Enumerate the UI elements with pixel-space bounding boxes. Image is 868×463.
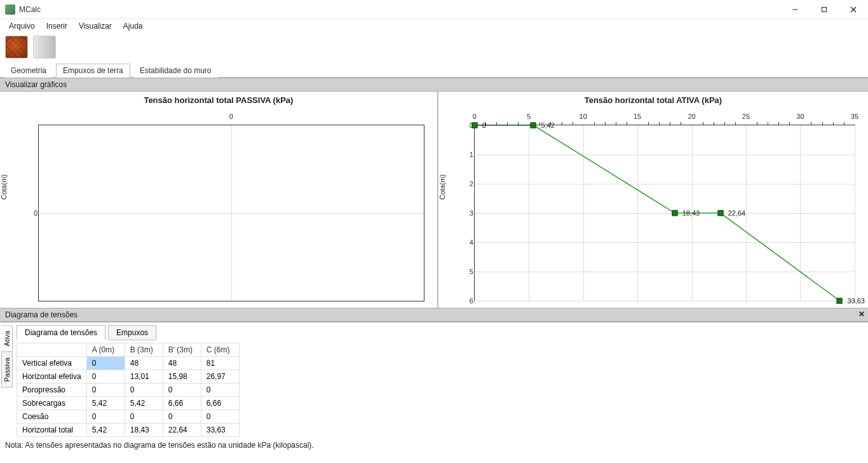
- y-tick: 0: [457, 121, 473, 129]
- section-diagrama-tensoes: Diagrama de tensões ✕: [0, 308, 868, 322]
- data-label: 22,64: [728, 209, 746, 217]
- y-tick: 2: [457, 180, 473, 188]
- table-header: A (0m): [86, 343, 125, 357]
- table-cell[interactable]: 33,63: [201, 424, 239, 437]
- table-row[interactable]: Horizontal efetiva013,0115,9826,97: [17, 370, 240, 384]
- svg-rect-1: [822, 7, 827, 11]
- data-point: [717, 211, 723, 216]
- side-tab-passiva[interactable]: Passiva: [1, 352, 13, 388]
- table-row[interactable]: Coesão0000: [17, 410, 240, 424]
- bottom-panel: Ativa Passiva Diagrama de tensões Empuxo…: [0, 322, 868, 437]
- table-cell[interactable]: 0: [125, 384, 163, 397]
- y-tick: 0: [21, 209, 37, 217]
- x-tick: 0: [473, 113, 477, 120]
- data-point: [672, 211, 677, 216]
- table-row[interactable]: Horizontal total5,4218,4322,6433,63: [17, 424, 240, 437]
- close-icon[interactable]: ✕: [857, 309, 867, 319]
- table-cell[interactable]: 15,98: [163, 370, 201, 384]
- x-tick: 0: [229, 113, 233, 120]
- tab-geometria[interactable]: Geometria: [4, 64, 53, 78]
- x-tick: 15: [634, 113, 641, 120]
- chart-ativa-plot[interactable]: 05101520253035 0123456 05,4218,4322,6433…: [474, 125, 855, 301]
- y-tick: 4: [457, 238, 473, 246]
- titlebar: MCalc: [0, 0, 868, 19]
- x-tick: 35: [851, 113, 858, 120]
- row-label: Poropressão: [17, 384, 87, 397]
- minimize-button[interactable]: [780, 0, 810, 19]
- view-tabs: Geometria Empuxos de terra Estabilidade …: [0, 61, 868, 78]
- chart-passiva-plot[interactable]: 0 0: [38, 125, 424, 301]
- data-label: 5,42: [541, 121, 554, 129]
- menu-ajuda[interactable]: Ajuda: [118, 20, 148, 32]
- maximize-button[interactable]: [810, 0, 839, 19]
- table-cell[interactable]: 0: [163, 410, 201, 424]
- chart-ativa-title: Tensão horizontal total ATIVA (kPa): [438, 92, 868, 105]
- table-cell[interactable]: 81: [201, 357, 239, 370]
- table-cell[interactable]: 13,01: [125, 370, 163, 384]
- table-cell[interactable]: 0: [86, 370, 125, 384]
- table-cell[interactable]: 0: [86, 357, 125, 370]
- side-tab-ativa[interactable]: Ativa: [1, 325, 13, 352]
- toolbar: [0, 33, 868, 61]
- section-label: Diagrama de tensões: [5, 310, 78, 319]
- footnote: Nota: As tensões apresentadas no diagram…: [0, 437, 868, 453]
- menu-arquivo[interactable]: Arquivo: [4, 20, 40, 32]
- table-cell[interactable]: 5,42: [86, 397, 125, 410]
- section-visualizar-graficos: Visualizar gráficos: [0, 78, 868, 92]
- x-tick: 20: [688, 113, 695, 120]
- menu-visualizar[interactable]: Visualizar: [74, 20, 117, 32]
- row-label: Sobrecargas: [17, 397, 87, 410]
- table-cell[interactable]: 0: [201, 384, 239, 397]
- data-point: [837, 298, 843, 304]
- y-tick: 3: [457, 209, 473, 217]
- chart-passiva-ylabel: Cota(m): [0, 174, 8, 200]
- table-cell[interactable]: 0: [125, 410, 163, 424]
- row-label: Horizontal efetiva: [17, 370, 87, 384]
- rock-icon-button[interactable]: [5, 36, 28, 59]
- x-tick: 30: [796, 113, 804, 120]
- chart-ativa-ylabel: Cota(m): [438, 174, 446, 200]
- x-tick: 10: [580, 113, 587, 120]
- data-point: [531, 123, 536, 128]
- table-row[interactable]: Vertical efetiva0484881: [17, 357, 240, 370]
- row-label: Coesão: [17, 410, 87, 424]
- y-tick: 5: [457, 268, 473, 275]
- table-header: B (3m): [125, 343, 163, 357]
- chart-passiva: Tensão horizontal total PASSIVA (kPa) Co…: [0, 92, 438, 308]
- table-cell[interactable]: 0: [86, 384, 125, 397]
- tensoes-table[interactable]: A (0m)B (3m)B' (3m)C (6m)Vertical efetiv…: [17, 343, 240, 437]
- table-row[interactable]: Poropressão0000: [17, 384, 240, 397]
- table-cell[interactable]: 6,66: [201, 397, 239, 410]
- charts-row: Tensão horizontal total PASSIVA (kPa) Co…: [0, 92, 868, 308]
- section-label: Visualizar gráficos: [5, 80, 67, 89]
- table-cell[interactable]: 0: [163, 384, 201, 397]
- data-label: 33,63: [847, 297, 865, 305]
- tab-estabilidade[interactable]: Estabilidade do muro: [133, 64, 219, 78]
- table-cell[interactable]: 26,97: [201, 370, 239, 384]
- table-cell[interactable]: 48: [125, 357, 163, 370]
- table-cell[interactable]: 48: [163, 357, 201, 370]
- menu-inserir[interactable]: Inserir: [41, 20, 72, 32]
- table-cell[interactable]: 22,64: [163, 424, 201, 437]
- chart-passiva-title: Tensão horizontal total PASSIVA (kPa): [0, 92, 437, 105]
- table-cell[interactable]: 5,42: [86, 424, 125, 437]
- data-label: 18,43: [682, 209, 700, 217]
- table-cell[interactable]: 0: [86, 410, 125, 424]
- y-tick: 1: [457, 151, 473, 158]
- x-tick: 5: [527, 113, 531, 120]
- grid-line: [475, 301, 855, 301]
- inner-tab-diagrama[interactable]: Diagrama de tensões: [17, 325, 105, 340]
- tab-empuxos-de-terra[interactable]: Empuxos de terra: [56, 64, 130, 78]
- app-icon: [5, 4, 15, 15]
- table-cell[interactable]: 18,43: [125, 424, 163, 437]
- window-controls: [780, 0, 868, 19]
- inner-tab-empuxos[interactable]: Empuxos: [108, 325, 156, 340]
- wall-icon-button[interactable]: [33, 36, 56, 59]
- table-cell[interactable]: 0: [201, 410, 239, 424]
- table-cell[interactable]: 5,42: [125, 397, 163, 410]
- table-header: B' (3m): [163, 343, 201, 357]
- table-cell[interactable]: 6,66: [163, 397, 201, 410]
- table-header: C (6m): [201, 343, 239, 357]
- close-button[interactable]: [839, 0, 868, 19]
- table-row[interactable]: Sobrecargas5,425,426,666,66: [17, 397, 240, 410]
